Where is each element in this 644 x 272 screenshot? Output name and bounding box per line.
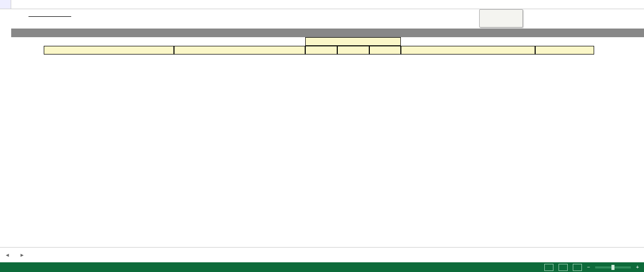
- separator-bar: [11, 29, 644, 37]
- column-headers-row: [0, 0, 644, 9]
- budgets-header: [535, 46, 594, 55]
- row-headers: [0, 9, 11, 246]
- select-all-corner[interactable]: [0, 0, 11, 9]
- templates-menu-button[interactable]: [479, 9, 523, 28]
- date-underline: [28, 16, 71, 17]
- cells-area[interactable]: [11, 9, 644, 246]
- targets-header: [305, 37, 401, 46]
- measurements-header: [174, 46, 305, 55]
- year3-header: [369, 46, 401, 55]
- worksheet-grid[interactable]: [0, 9, 644, 246]
- programs-header: [401, 46, 535, 55]
- strategic-objectives-header: [44, 46, 174, 55]
- year1-header: [305, 46, 337, 55]
- year2-header: [337, 46, 369, 55]
